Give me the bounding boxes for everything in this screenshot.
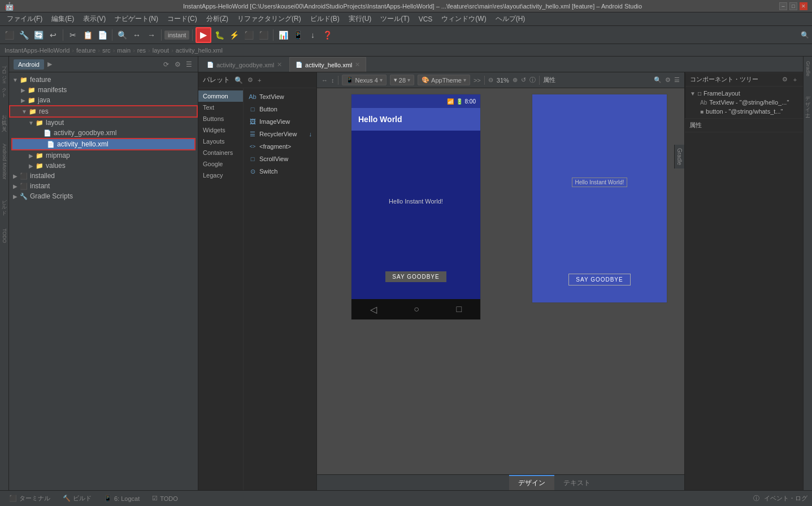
tab-goodbye-close[interactable]: ✕: [277, 61, 282, 68]
menu-help[interactable]: ヘルプ(H): [492, 13, 529, 25]
tab-goodbye[interactable]: 📄 activity_goodbye.xml ✕: [201, 57, 288, 72]
sidebar-favorites-label[interactable]: お気に入り: [1, 109, 8, 130]
sidebar-monitor-label[interactable]: Android Monitor: [2, 141, 7, 182]
toolbar-btn-11[interactable]: 🐛: [212, 28, 226, 42]
toolbar-btn-10[interactable]: →: [145, 28, 158, 42]
menu-build[interactable]: ビルド(B): [307, 13, 343, 25]
tablet-say-goodbye-button[interactable]: SAY GOODBYE: [568, 274, 630, 286]
bc-root[interactable]: InstantApps-HelloWorld: [5, 47, 70, 54]
palette-item-recyclerview[interactable]: ☰ RecyclerView ↓: [246, 128, 314, 140]
toolbar-btn-8[interactable]: 🔍: [115, 28, 129, 42]
ct-row-framelayout[interactable]: ▼ □ FrameLayout: [690, 89, 799, 98]
panel-settings-icon[interactable]: ☰: [184, 60, 193, 69]
minimize-button[interactable]: –: [779, 2, 787, 10]
palette-search-icon[interactable]: 🔍: [235, 76, 243, 84]
sidebar-build-label[interactable]: ビルド: [1, 193, 8, 215]
tab-hello[interactable]: 📄 activity_hello.xml ✕: [289, 57, 366, 72]
palette-item-button[interactable]: □ Button: [246, 103, 314, 115]
palette-cat-legacy[interactable]: Legacy: [198, 170, 243, 181]
toolbar-btn-9[interactable]: ↔: [130, 28, 144, 42]
toolbar-btn-5[interactable]: ✂: [66, 28, 80, 42]
menu-file[interactable]: ファイル(F): [3, 13, 46, 25]
palette-cat-layouts[interactable]: Layouts: [198, 136, 243, 147]
ct-settings-icon[interactable]: ⚙: [781, 76, 789, 84]
tree-item-installed[interactable]: ▶ ⬛ installed: [9, 171, 198, 181]
build-button[interactable]: 🔨 ビルド: [58, 493, 96, 504]
palette-cat-text[interactable]: Text: [198, 102, 243, 113]
android-panel-tab[interactable]: Android: [14, 59, 44, 70]
toolbar-btn-3[interactable]: 🔄: [32, 28, 45, 42]
bc-main[interactable]: main: [117, 47, 131, 54]
gradle-tab[interactable]: Gradle: [674, 145, 684, 168]
toolbar-search-icon[interactable]: 🔍: [800, 30, 810, 40]
phone-recent-icon[interactable]: □: [457, 304, 462, 314]
text-tab[interactable]: テキスト: [554, 475, 600, 490]
palette-item-switch[interactable]: ⊙ Switch: [246, 165, 314, 178]
bc-src[interactable]: src: [102, 47, 111, 54]
zoom-in-icon[interactable]: ⊕: [513, 76, 518, 84]
api-selector[interactable]: ▾ 28 ▾: [390, 75, 414, 85]
toolbar-btn-16[interactable]: 📱: [291, 28, 305, 42]
tree-item-values[interactable]: ▶ 📁 values: [9, 161, 198, 171]
toolbar-btn-14[interactable]: ⬛: [257, 28, 270, 42]
menu-tools[interactable]: ツール(T): [377, 13, 412, 25]
tree-item-manifests[interactable]: ▶ 📁 manifests: [9, 85, 198, 95]
palette-item-fragment[interactable]: <> <fragment>: [246, 140, 314, 153]
toolbar-btn-12[interactable]: ⚡: [227, 28, 241, 42]
todo-button[interactable]: ☑ TODO: [147, 494, 183, 503]
sidebar-project-label[interactable]: プロジェクト: [1, 59, 8, 97]
bc-res[interactable]: res: [137, 47, 146, 54]
zoom-info-icon[interactable]: ⓘ: [529, 76, 536, 84]
toolbar-btn-4[interactable]: ↩: [46, 28, 60, 42]
design-tab[interactable]: デザイン: [509, 475, 554, 490]
tree-item-res[interactable]: ▼ 📁 res: [9, 105, 198, 118]
tab-hello-close[interactable]: ✕: [355, 61, 360, 68]
palette-cat-widgets[interactable]: Widgets: [198, 124, 243, 136]
palette-expand-icon[interactable]: +: [258, 77, 261, 84]
palette-item-scrollview[interactable]: □ ScrollView: [246, 153, 314, 165]
menu-edit[interactable]: 編集(E): [48, 13, 77, 25]
design-search-icon[interactable]: 🔍: [654, 76, 662, 84]
run-button[interactable]: ▶: [196, 27, 211, 43]
tree-item-mipmap[interactable]: ▶ 📁 mipmap: [9, 150, 198, 161]
device-selector[interactable]: 📱 Nexus 4 ▾: [342, 75, 387, 85]
phone-say-goodbye-button[interactable]: SAY GOODBYE: [385, 271, 446, 282]
tree-item-hello[interactable]: 📄 activity_hello.xml: [11, 138, 196, 150]
tree-item-layout[interactable]: ▼ 📁 layout: [9, 118, 198, 128]
toolbar-btn-17[interactable]: ↓: [306, 28, 319, 42]
design-more-icon[interactable]: ☰: [674, 76, 680, 84]
sidebar-todo-label[interactable]: TODO: [2, 226, 7, 245]
menu-analyze[interactable]: 分析(Z): [203, 13, 232, 25]
toolbar-btn-13[interactable]: ⬛: [242, 28, 255, 42]
palette-cat-containers[interactable]: Containers: [198, 147, 243, 158]
ct-row-textview[interactable]: Ab TextView - "@string/hello_...": [690, 98, 799, 107]
sync-icon[interactable]: ⟳: [162, 60, 171, 69]
palette-cat-common[interactable]: Common: [198, 90, 243, 102]
sidebar-gradle-label[interactable]: Gradle: [805, 59, 811, 79]
expand-icon[interactable]: ▶: [47, 60, 52, 68]
bc-file[interactable]: activity_hello.xml: [176, 47, 223, 54]
tree-item-instant[interactable]: ▶ ⬛ instant: [9, 181, 198, 191]
palette-cat-google[interactable]: Google: [198, 158, 243, 170]
phone-back-icon[interactable]: ◁: [370, 304, 377, 315]
bc-feature[interactable]: feature: [76, 47, 95, 54]
tree-item-feature[interactable]: ▼ 📁 feature: [9, 75, 198, 85]
toolbar-btn-18[interactable]: ❓: [320, 28, 334, 42]
more-icon[interactable]: >>: [474, 77, 481, 84]
bc-layout[interactable]: layout: [153, 47, 169, 54]
toolbar-btn-1[interactable]: ⬛: [2, 28, 16, 42]
ct-row-button[interactable]: ■ button - "@string/whats_t...": [690, 107, 799, 116]
ct-expand-icon[interactable]: +: [791, 76, 799, 84]
tree-item-goodbye[interactable]: 📄 activity_goodbye.xml: [9, 128, 198, 138]
palette-cat-buttons[interactable]: Buttons: [198, 113, 243, 124]
logcat-button[interactable]: 📱 6: Logcat: [99, 494, 144, 503]
menu-vcs[interactable]: VCS: [415, 14, 436, 24]
theme-selector[interactable]: 🎨 AppTheme ▾: [418, 75, 470, 85]
palette-item-textview[interactable]: Ab TextView: [246, 90, 314, 103]
toolbar-btn-2[interactable]: 🔧: [17, 28, 31, 42]
menu-run[interactable]: 実行(U): [345, 13, 375, 25]
terminal-button[interactable]: ⬛ ターミナル: [5, 493, 55, 504]
menu-navigate[interactable]: ナビゲート(N): [111, 13, 162, 25]
settings-icon[interactable]: ⚙: [173, 60, 182, 69]
toolbar-btn-15[interactable]: 📊: [276, 28, 290, 42]
